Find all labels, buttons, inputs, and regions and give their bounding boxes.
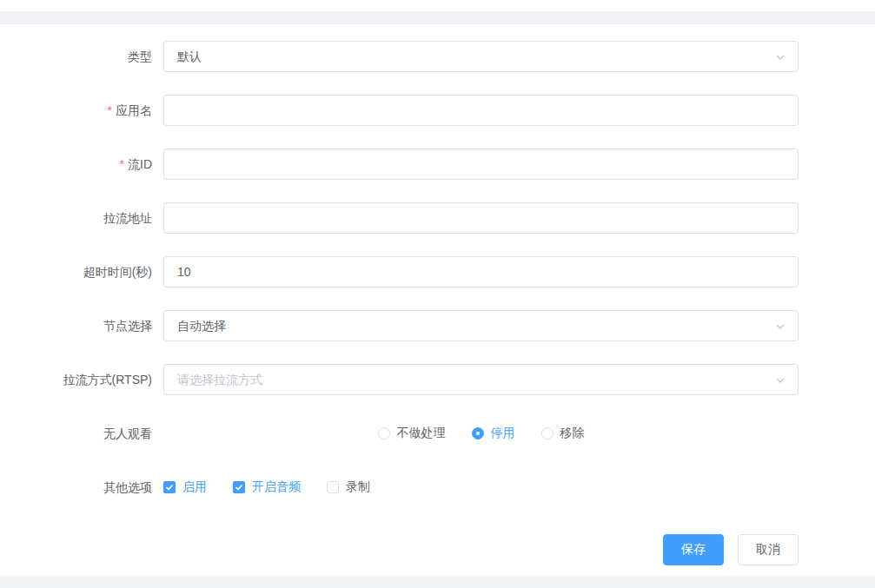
pull-mode-select[interactable]: 请选择拉流方式 [163, 364, 799, 395]
radio-remove[interactable]: 移除 [541, 426, 585, 441]
node-select-label: 节点选择 [0, 310, 163, 341]
cancel-button[interactable]: 取消 [738, 534, 799, 565]
radio-checked-icon [472, 427, 484, 439]
form-row-pull-url: 拉流地址 [0, 202, 875, 234]
form-row-app-name: *应用名 [0, 95, 875, 126]
checkbox-audio[interactable]: 开启音频 [233, 479, 301, 495]
page-background-gap [0, 11, 875, 24]
checkbox-checked-icon [163, 481, 176, 493]
pull-url-input[interactable] [163, 202, 799, 234]
timeout-control [163, 256, 799, 287]
required-asterisk: * [108, 103, 112, 117]
watch-action-label: 无人观看 [0, 418, 163, 449]
checkbox-enable[interactable]: 启用 [163, 479, 207, 495]
checkbox-record-label: 录制 [346, 479, 370, 495]
chevron-down-icon [773, 320, 787, 334]
stream-id-input[interactable] [163, 149, 799, 180]
chevron-down-icon [773, 50, 787, 64]
save-button[interactable]: 保存 [663, 534, 724, 565]
radio-unchecked-icon [541, 427, 554, 439]
pull-mode-control: 请选择拉流方式 [163, 364, 799, 395]
form-row-other-options: 其他选项 启用 开启音频 录制 [0, 472, 875, 503]
watch-action-control: 不做处理 停用 移除 [163, 418, 799, 449]
stream-id-control [163, 149, 799, 180]
checkbox-audio-label: 开启音频 [252, 479, 301, 495]
other-options-control: 启用 开启音频 录制 [163, 472, 799, 503]
type-select-value: 默认 [177, 50, 202, 63]
form-row-watch-action: 无人观看 不做处理 停用 移除 [0, 418, 875, 449]
timeout-label: 超时时间(秒) [0, 256, 163, 287]
watch-action-label-text: 无人观看 [103, 426, 152, 440]
stream-form-card: 类型 默认 *应用名 *流ID 拉流地址 [0, 24, 875, 576]
pull-mode-label-text: 拉流方式(RTSP) [63, 373, 152, 386]
chevron-down-icon [773, 373, 787, 387]
checkbox-unchecked-icon [327, 481, 339, 493]
radio-unchecked-icon [378, 427, 390, 439]
form-row-type: 类型 默认 [0, 41, 875, 72]
required-asterisk: * [120, 157, 124, 171]
app-name-label-text: 应用名 [116, 103, 152, 117]
timeout-input[interactable] [163, 256, 799, 287]
form-row-pull-mode: 拉流方式(RTSP) 请选择拉流方式 [0, 364, 875, 395]
node-select-control: 自动选择 [163, 310, 799, 341]
radio-no-action[interactable]: 不做处理 [378, 426, 446, 441]
form-row-timeout: 超时时间(秒) [0, 256, 875, 287]
stream-id-label-text: 流ID [128, 157, 152, 171]
type-label-text: 类型 [128, 50, 152, 63]
node-select-value: 自动选择 [177, 319, 226, 333]
type-label: 类型 [0, 41, 163, 72]
radio-remove-label: 移除 [560, 426, 585, 441]
radio-no-action-label: 不做处理 [397, 426, 446, 441]
app-name-input[interactable] [163, 95, 799, 126]
checkbox-enable-label: 启用 [182, 479, 207, 495]
radio-group-watch-action: 不做处理 停用 移除 [163, 418, 799, 449]
timeout-label-text: 超时时间(秒) [83, 265, 152, 279]
other-options-label-text: 其他选项 [103, 480, 152, 494]
radio-disable-label: 停用 [491, 426, 515, 441]
checkbox-checked-icon [233, 481, 245, 493]
node-select[interactable]: 自动选择 [163, 310, 799, 341]
app-name-label: *应用名 [0, 95, 163, 126]
checkbox-group-other-options: 启用 开启音频 录制 [163, 472, 799, 503]
pull-mode-placeholder: 请选择拉流方式 [177, 373, 262, 386]
other-options-label: 其他选项 [0, 472, 163, 503]
node-select-label-text: 节点选择 [103, 319, 152, 333]
pull-mode-label: 拉流方式(RTSP) [0, 364, 163, 395]
checkbox-record[interactable]: 录制 [327, 479, 370, 495]
form-actions: 保存 取消 [0, 534, 799, 565]
radio-disable[interactable]: 停用 [472, 426, 515, 441]
app-name-control [163, 95, 799, 126]
pull-url-control [163, 202, 799, 234]
form-row-node-select: 节点选择 自动选择 [0, 310, 875, 341]
stream-id-label: *流ID [0, 149, 163, 180]
type-control: 默认 [163, 41, 799, 72]
type-select[interactable]: 默认 [163, 41, 799, 72]
header-strip [0, 0, 875, 11]
pull-url-label-text: 拉流地址 [103, 211, 152, 225]
pull-url-label: 拉流地址 [0, 202, 163, 234]
page-background-bottom [0, 576, 875, 588]
form-row-stream-id: *流ID [0, 149, 875, 180]
